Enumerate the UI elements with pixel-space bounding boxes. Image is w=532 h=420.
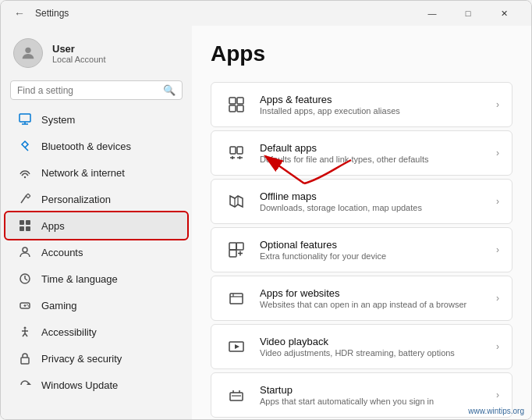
accounts-icon [18,245,32,259]
svg-marker-49 [235,344,239,349]
svg-point-11 [23,247,27,252]
sidebar-label-personalization: Personalization [41,194,111,205]
nav-list: SystemBluetooth & devicesNetwork & inter… [1,106,192,398]
sidebar-label-time: Time & language [41,273,118,285]
close-button[interactable]: ✕ [486,1,522,26]
bluetooth-icon [18,139,32,153]
back-button[interactable]: ← [10,4,29,23]
video-playback-subtitle: Video adjustments, HDR streaming, batter… [260,348,485,358]
svg-rect-31 [230,147,236,154]
offline-maps-subtitle: Downloads, storage location, map updates [260,203,485,212]
sidebar-label-accounts: Accounts [41,247,83,258]
card-optional-features[interactable]: Optional featuresExtra functionality for… [211,227,512,272]
svg-rect-28 [237,98,243,104]
sidebar-item-gaming[interactable]: Gaming [5,292,187,319]
sidebar-label-bluetooth: Bluetooth & devices [41,141,131,152]
svg-line-24 [25,333,27,336]
svg-rect-27 [229,98,236,104]
content-area: User Local Account 🔍 SystemBluetooth & d… [1,26,531,419]
sidebar-item-accessibility[interactable]: Accessibility [5,319,187,345]
optional-features-chevron: › [496,244,499,255]
default-apps-title: Default apps [260,142,485,154]
sidebar-label-gaming: Gaming [41,300,77,311]
offline-maps-chevron: › [496,196,499,207]
user-subtitle: Local Account [52,55,106,64]
minimize-button[interactable]: — [414,1,450,26]
svg-point-18 [27,304,28,306]
sidebar-item-accounts[interactable]: Accounts [5,239,187,265]
svg-rect-50 [230,393,243,400]
sidebar-label-system: System [41,114,75,126]
apps-websites-icon [224,286,249,311]
svg-rect-9 [20,226,24,231]
sidebar-label-update: Windows Update [41,379,118,391]
optional-features-title: Optional features [260,239,485,251]
svg-point-0 [25,48,30,53]
default-apps-subtitle: Defaults for file and link types, other … [260,155,485,164]
sidebar-item-time[interactable]: Time & language [5,265,187,292]
search-icon: 🔍 [163,84,176,96]
offline-maps-title: Offline maps [260,190,485,202]
sidebar-item-bluetooth[interactable]: Bluetooth & devices [5,133,187,159]
svg-rect-7 [20,220,24,225]
cards-list: Apps & featuresInstalled apps, app execu… [211,82,512,418]
svg-rect-32 [237,147,243,154]
svg-rect-30 [237,105,243,112]
default-apps-icon [224,141,249,166]
svg-point-4 [24,176,26,178]
startup-text: StartupApps that start automatically whe… [260,384,485,406]
apps-features-chevron: › [496,99,499,110]
card-apps-websites[interactable]: Apps for websitesWebsites that can open … [211,276,512,321]
window-title: Settings [35,8,414,19]
svg-rect-41 [236,243,243,250]
user-name: User [52,43,106,55]
update-icon [18,378,32,392]
video-playback-icon [224,334,249,359]
sidebar-label-privacy: Privacy & security [41,353,122,365]
svg-marker-26 [27,383,31,385]
startup-subtitle: Apps that start automatically when you s… [260,397,485,406]
sidebar-item-privacy[interactable]: Privacy & security [5,345,187,372]
user-profile[interactable]: User Local Account [1,32,192,80]
maximize-button[interactable]: □ [450,1,486,26]
offline-maps-icon [224,189,249,214]
search-box[interactable]: 🔍 [10,80,183,100]
svg-rect-42 [229,250,236,257]
apps-icon [18,219,32,233]
apps-websites-text: Apps for websitesWebsites that can open … [260,287,485,309]
card-video-playback[interactable]: Video playbackVideo adjustments, HDR str… [211,324,512,369]
titlebar: ← Settings — □ ✕ [1,1,531,26]
offline-maps-text: Offline mapsDownloads, storage location,… [260,190,485,212]
sidebar: User Local Account 🔍 SystemBluetooth & d… [1,26,192,419]
gaming-icon [18,298,32,312]
svg-rect-29 [229,105,236,112]
sidebar-item-network[interactable]: Network & internet [5,159,187,186]
sidebar-item-update[interactable]: Windows Update [5,372,187,398]
card-startup[interactable]: StartupApps that start automatically whe… [211,372,512,418]
optional-features-icon [224,237,249,262]
optional-features-text: Optional featuresExtra functionality for… [260,239,485,261]
svg-line-14 [25,279,27,280]
svg-rect-1 [20,114,30,122]
card-apps-features[interactable]: Apps & featuresInstalled apps, app execu… [211,82,512,127]
watermark: www.wintips.org [468,407,524,415]
startup-title: Startup [260,384,485,396]
apps-websites-title: Apps for websites [260,287,485,299]
card-default-apps[interactable]: Default appsDefaults for file and link t… [211,130,512,176]
sidebar-item-personalization[interactable]: Personalization [5,186,187,212]
settings-window: ← Settings — □ ✕ User Local Account [0,0,532,420]
optional-features-subtitle: Extra functionality for your device [260,251,485,261]
search-input[interactable] [17,85,158,96]
svg-rect-45 [230,294,243,304]
avatar [13,38,43,68]
card-offline-maps[interactable]: Offline mapsDownloads, storage location,… [211,179,512,224]
sidebar-item-system[interactable]: System [5,106,187,133]
apps-features-text: Apps & featuresInstalled apps, app execu… [260,94,485,116]
svg-marker-37 [230,196,243,207]
user-info: User Local Account [52,43,106,64]
sidebar-item-apps[interactable]: Apps [5,212,187,239]
default-apps-chevron: › [496,148,499,158]
startup-icon [224,383,249,408]
svg-rect-8 [26,220,30,225]
svg-rect-40 [229,243,236,250]
